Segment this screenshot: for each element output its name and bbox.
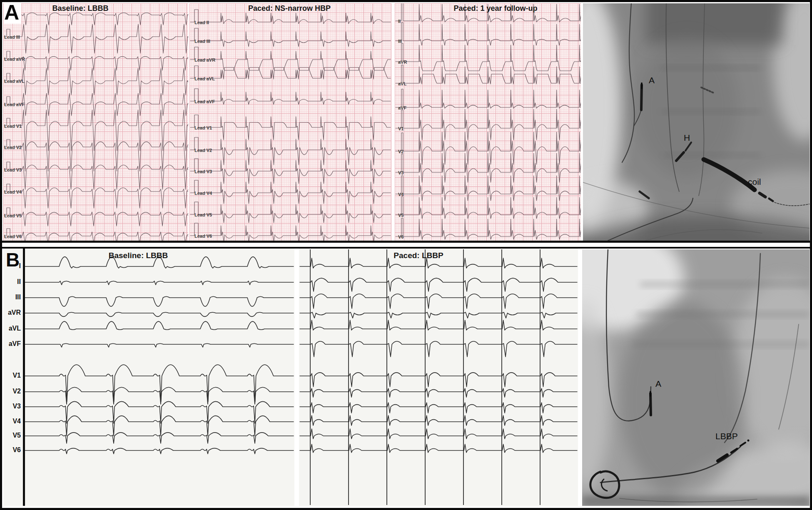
ecg-strip-title-b2: Paced: LBBP — [348, 251, 489, 260]
ecg-strip-title-a3: Paced: 1 year follow-up — [425, 4, 566, 13]
xray-a-annotation-atrial: A — [649, 75, 655, 85]
ecg-trace-b2-lead3 — [300, 312, 577, 318]
lead-label-b1-II: II — [0, 278, 21, 286]
ecg-strip-a1: Lead IILead IIILead aVRLead aVLLead aVFL… — [3, 3, 188, 241]
xray-b-annotation-atrial: A — [655, 379, 661, 388]
ecg-trace-a3-V1 — [396, 109, 581, 140]
lead-label-a3-V3: V3 — [398, 170, 404, 175]
ecg-trace-a3-III — [396, 22, 581, 45]
panel-b-top-border — [2, 247, 810, 249]
xray-a-disc1 — [660, 66, 760, 70]
ecg-trace-a1-III — [4, 24, 188, 53]
lead-label-b1-V1: V1 — [0, 372, 21, 379]
ecg-strip-a2: Lead IILead IIILead aVRLead aVLLead aVFL… — [189, 3, 391, 241]
figure: A B — [0, 0, 812, 510]
ecg-trace-a1-V3 — [4, 162, 188, 189]
lead-label-a2-II: Lead II — [194, 20, 209, 25]
ecg-trace-a2-aVR — [190, 47, 391, 70]
lead-label-a1-V5: Lead V5 — [4, 213, 22, 218]
ecg-trace-a2-V5 — [190, 202, 391, 223]
lead-label-b1-V6: V6 — [0, 446, 21, 454]
lead-label-a3-V4: V4 — [398, 192, 404, 197]
xray-b-rib3 — [632, 342, 810, 347]
ecg-trace-a2-V4 — [190, 180, 391, 204]
ecg-trace-a1-V4 — [4, 184, 188, 208]
ecg-strip-svg-b1 — [24, 249, 294, 506]
ecg-trace-b1-II — [25, 281, 294, 285]
lead-label-b1-aVL: aVL — [0, 325, 21, 332]
lead-label-b1-V4: V4 — [0, 418, 21, 425]
lead-label-a1-V2: Lead V2 — [4, 145, 22, 150]
lead-label-b1-V5: V5 — [0, 432, 21, 439]
xray-b-lbbp-tip — [747, 440, 750, 442]
ecg-trace-b2-lead5 — [300, 341, 577, 357]
ecg-trace-a3-aVL — [396, 65, 581, 84]
ecg-trace-b2-lead2 — [300, 294, 577, 308]
ecg-strip-svg-a3: IIIIIaVRaVLaVFV1V2V3V4V5V6 — [395, 3, 581, 241]
lead-label-a2-aVF: Lead aVF — [194, 99, 215, 104]
lead-label-b1-aVF: aVF — [0, 340, 21, 348]
ecg-strip-svg-a1: Lead IILead IIILead aVRLead aVLLead aVFL… — [3, 3, 188, 241]
ecg-trace-a2-V1 — [190, 115, 391, 140]
ecg-trace-b1-aVL — [25, 321, 294, 330]
ecg-strip-b2 — [299, 249, 578, 506]
lead-label-a1-aVR: Lead aVR — [4, 57, 25, 62]
lead-label-a1-aVF: Lead aVF — [4, 102, 25, 107]
ecg-trace-b2-lead4 — [300, 320, 577, 330]
lead-label-b1-aVR: aVR — [0, 309, 21, 316]
ecg-trace-b2-lead11 — [300, 444, 577, 453]
lead-label-a2-V2: Lead V2 — [194, 148, 212, 153]
ecg-trace-b2-lead9 — [300, 415, 577, 425]
xray-a-annotation-his: H — [684, 133, 690, 142]
lead-label-a1-V4: Lead V4 — [4, 189, 22, 194]
lead-label-a1-aVL: Lead aVL — [4, 79, 25, 84]
lead-label-b1-V3: V3 — [0, 403, 21, 410]
ecg-trace-a1-aVL — [4, 68, 188, 95]
panel-b-label: B — [6, 250, 20, 269]
ecg-trace-a2-aVL — [190, 66, 391, 79]
ecg-trace-a3-aVR — [396, 43, 581, 71]
lead-label-a2-V5: Lead V5 — [194, 212, 212, 217]
ecg-trace-a1-aVR — [4, 51, 188, 70]
ecg-trace-a1-V1 — [4, 110, 188, 151]
lead-label-a1-V6: Lead V6 — [4, 234, 22, 239]
ecg-trace-b1-aVR — [25, 312, 294, 316]
ecg-strip-svg-a2: Lead IILead IIILead aVRLead aVLLead aVFL… — [189, 3, 391, 241]
ecg-strip-svg-b2 — [299, 249, 578, 506]
fluoroscopy-image-b: A LBBP — [582, 249, 810, 506]
ecg-trace-a3-V4 — [396, 176, 581, 201]
ecg-trace-a3-V3 — [396, 153, 581, 182]
panel-a-bottom-border — [2, 241, 810, 243]
lead-label-a1-III: Lead III — [4, 35, 20, 40]
ecg-strip-a3: IIIIIaVRaVLaVFV1V2V3V4V5V6 — [395, 3, 581, 241]
lead-label-a2-aVR: Lead aVR — [194, 57, 215, 62]
lead-label-a2-V6: Lead V6 — [194, 234, 212, 239]
ecg-trace-a2-aVF — [190, 89, 391, 104]
ecg-trace-b1-III — [25, 296, 294, 306]
fluoroscopy-image-a: A H coil — [583, 3, 810, 241]
ecg-trace-a3-aVF — [396, 89, 581, 108]
panel-a-label: A — [4, 2, 21, 24]
ecg-trace-b1-V1 — [25, 365, 294, 402]
lead-label-a1-V3: Lead V3 — [4, 167, 22, 172]
xray-b-dark-bottom — [582, 496, 810, 506]
lead-label-a3-V6: V6 — [398, 234, 404, 239]
xray-b-rib2 — [636, 312, 810, 317]
ecg-trace-a3-V5 — [396, 197, 581, 219]
lead-label-a2-III: Lead III — [194, 39, 210, 44]
ecg-trace-a2-V6 — [190, 223, 391, 241]
xray-a-disc2 — [662, 109, 760, 114]
lead-label-a2-V4: Lead V4 — [194, 191, 212, 196]
ecg-trace-a1-V5 — [4, 208, 188, 226]
ecg-trace-b1-aVF — [25, 343, 294, 347]
ecg-trace-b1-V6 — [25, 448, 294, 454]
ecg-trace-a1-V6 — [4, 229, 188, 241]
xray-b-cardiac-shadow — [620, 301, 745, 497]
ecg-trace-b1-V3 — [25, 401, 294, 423]
ecg-strip-title-a2: Paced: NS-narrow HBP — [219, 4, 360, 13]
lead-label-a3-II: II — [398, 19, 401, 24]
ecg-trace-b2-lead8 — [300, 403, 577, 413]
ecg-strip-b1 — [24, 249, 294, 506]
ecg-trace-b2-lead6 — [300, 373, 577, 387]
lead-label-a1-V1: Lead V1 — [4, 124, 22, 129]
